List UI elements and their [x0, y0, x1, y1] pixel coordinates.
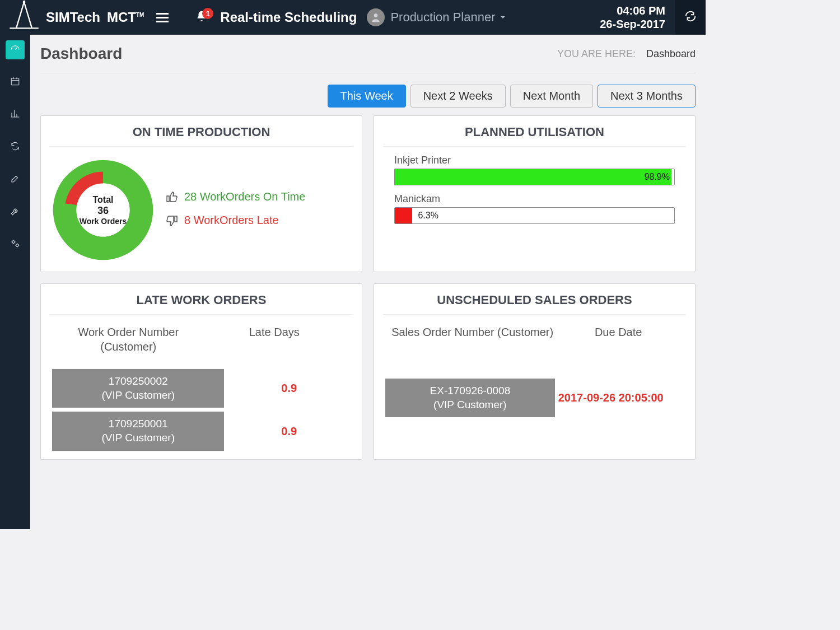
- notifications-button[interactable]: 1: [195, 10, 208, 25]
- svg-rect-2: [11, 78, 19, 85]
- nav-edit[interactable]: [6, 170, 25, 189]
- work-order-pill: 1709250002(VIP Customer): [52, 369, 224, 408]
- brand-mct: MCTTM: [107, 10, 144, 25]
- svg-point-1: [374, 13, 378, 17]
- ontime-label: 28 WorkOrders On Time: [184, 190, 305, 203]
- util-bar: 6.3%: [394, 207, 675, 224]
- util-percent: 6.3%: [418, 211, 438, 221]
- late-days: 0.9: [227, 382, 351, 395]
- datetime-display: 04:06 PM 26-Sep-2017: [600, 4, 675, 31]
- wrench-icon: [10, 206, 20, 218]
- util-bar: 98.9%: [394, 169, 675, 185]
- work-order-pill: 1709250001(VIP Customer): [52, 412, 224, 450]
- util-percent: 98.9%: [645, 172, 670, 182]
- card-title: ON TIME PRODUCTION: [50, 125, 353, 147]
- card-title: PLANNED UTILISATION: [383, 125, 686, 147]
- calendar-icon: [10, 76, 20, 88]
- range-this-week[interactable]: This Week: [328, 85, 406, 108]
- sales-order-pill: EX-170926-0008(VIP Customer): [385, 379, 555, 417]
- card-title: UNSCHEDULED SALES ORDERS: [383, 293, 686, 315]
- range-next-3-months[interactable]: Next 3 Months: [598, 85, 696, 108]
- nav-settings[interactable]: [6, 235, 25, 254]
- nav-sync[interactable]: [6, 138, 25, 157]
- late-row[interactable]: 1709250001(VIP Customer) 0.9: [52, 412, 351, 450]
- sidebar: [0, 35, 30, 529]
- column-header: Work Order Number (Customer): [55, 325, 202, 354]
- column-header: Late Days: [202, 325, 348, 354]
- range-next-2-weeks[interactable]: Next 2 Weeks: [410, 85, 506, 108]
- card-unscheduled-sales-orders: UNSCHEDULED SALES ORDERS Sales Order Num…: [374, 283, 696, 460]
- column-header: Due Date: [556, 325, 680, 339]
- gauge-icon: [10, 44, 20, 56]
- late-days: 0.9: [227, 425, 351, 438]
- avatar-icon: [367, 8, 385, 26]
- util-row: Manickam 6.3%: [394, 193, 675, 224]
- late-label: 8 WorkOrders Late: [184, 214, 279, 227]
- refresh-icon: [684, 10, 697, 25]
- svg-point-4: [16, 244, 19, 247]
- donut-chart: Total 36 Work Orders: [50, 157, 156, 263]
- user-name-label: Production Planner: [390, 10, 495, 25]
- header-section-title: Real-time Scheduling: [220, 10, 357, 25]
- cogs-icon: [10, 239, 20, 251]
- unscheduled-row[interactable]: EX-170926-0008(VIP Customer) 2017-09-26 …: [385, 379, 684, 417]
- nav-dashboard[interactable]: [6, 40, 25, 59]
- top-bar: SIMTech MCTTM 1 Real-time Scheduling Pro…: [0, 0, 706, 35]
- util-row: Inkjet Printer 98.9%: [394, 155, 675, 185]
- nav-calendar[interactable]: [6, 73, 25, 92]
- range-next-month[interactable]: Next Month: [510, 85, 593, 108]
- edit-icon: [10, 174, 20, 186]
- card-late-work-orders: LATE WORK ORDERS Work Order Number (Cust…: [40, 283, 362, 460]
- time-range-selector: This Week Next 2 Weeks Next Month Next 3…: [40, 85, 696, 108]
- bar-chart-icon: [10, 109, 20, 121]
- util-label: Manickam: [394, 193, 675, 205]
- svg-point-0: [23, 1, 26, 3]
- svg-point-3: [12, 241, 15, 244]
- util-label: Inkjet Printer: [394, 155, 675, 166]
- nav-analytics[interactable]: [6, 105, 25, 124]
- breadcrumb: YOU ARE HERE: Dashboard: [557, 48, 696, 60]
- card-title: LATE WORK ORDERS: [50, 293, 353, 315]
- page-title: Dashboard: [40, 45, 122, 63]
- sync-icon: [10, 141, 20, 153]
- late-row[interactable]: 1709250002(VIP Customer) 0.9: [52, 369, 351, 408]
- caret-down-icon: [500, 12, 506, 22]
- main-content: Dashboard YOU ARE HERE: Dashboard This W…: [30, 35, 706, 529]
- card-planned-utilisation: PLANNED UTILISATION Inkjet Printer 98.9%…: [374, 115, 696, 272]
- notification-badge: 1: [202, 8, 213, 19]
- due-date: 2017-09-26 20:05:00: [558, 391, 684, 404]
- user-menu[interactable]: Production Planner: [367, 8, 505, 26]
- thumbs-down-icon: [165, 214, 179, 230]
- brand-simtech: SIMTech: [46, 10, 100, 25]
- refresh-button[interactable]: [675, 0, 706, 35]
- column-header: Sales Order Number (Customer): [389, 325, 556, 339]
- nav-tools[interactable]: [6, 203, 25, 222]
- card-on-time-production: ON TIME PRODUCTION Total 36 Work Orders: [40, 115, 362, 272]
- hamburger-menu-icon[interactable]: [156, 13, 169, 22]
- simtech-logo-icon: [4, 4, 44, 31]
- thumbs-up-icon: [165, 190, 179, 206]
